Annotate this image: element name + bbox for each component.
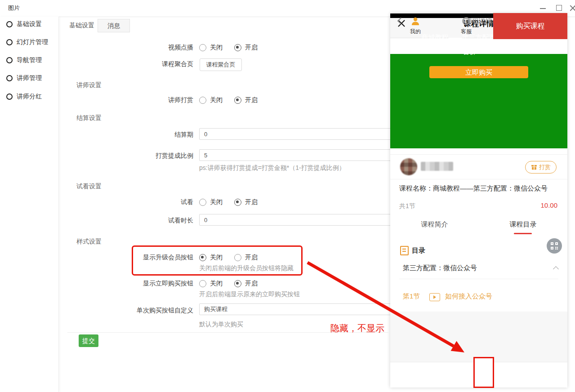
lesson-title[interactable]: 如何接入公众号 <box>445 292 492 301</box>
footer-item-label: 我的 <box>406 28 425 36</box>
sidebar-item-label: 幻灯片管理 <box>17 38 48 46</box>
lecturer-reward-radios: 关闭 开启 <box>199 96 269 104</box>
circle-icon <box>6 21 13 27</box>
maximize-icon[interactable] <box>554 4 565 13</box>
buy-now-button[interactable]: 立即购买 <box>429 66 528 78</box>
video-ondemand-label: 视频点播 <box>58 44 193 52</box>
single-buy-custom-label: 单次购买按钮自定义 <box>58 307 193 315</box>
window-title: 图片 <box>8 4 20 12</box>
author-name-blurred <box>421 162 453 171</box>
video-ondemand-radios: 关闭 开启 <box>199 44 269 52</box>
course-name-line: 课程名称：商城教程——第三方配置：微信公众号 <box>399 184 561 193</box>
trial-duration-label: 试看时长 <box>58 217 193 225</box>
circle-icon <box>6 57 13 63</box>
reward-pill-label: 打赏 <box>539 163 551 171</box>
phone-preview: 课程详情 课程详情 商城教程——第三方配置：微信公众号 售价 10.00 立即购… <box>390 13 567 388</box>
tab-course-catalog[interactable]: 课程目录 <box>479 220 567 229</box>
chevron-up-icon[interactable] <box>553 266 559 270</box>
sidebar-item-lecturer-management[interactable]: 讲师管理 <box>6 74 42 83</box>
headset-icon <box>461 16 471 26</box>
footer-item-label: 客服 <box>456 28 476 36</box>
radio-on-label: 开启 <box>245 96 258 104</box>
sidebar-item-label: 导航管理 <box>17 56 42 64</box>
radio-on[interactable] <box>234 44 241 51</box>
gift-icon <box>531 164 537 170</box>
course-price: 10.00 <box>540 201 557 209</box>
sections-count: 共1节 <box>399 202 415 210</box>
settlement-period-label: 结算期 <box>58 131 193 139</box>
commission-hint: ps:讲师获得打赏提成=打赏金额*（1-打赏提成比例） <box>199 164 345 172</box>
radio-on-label: 开启 <box>245 280 258 288</box>
radio-off-label: 关闭 <box>210 96 223 104</box>
divider <box>390 179 567 179</box>
video-play-icon <box>429 293 440 301</box>
sidebar-item-navigation[interactable]: 导航管理 <box>6 56 42 65</box>
annotation-text: 隐藏，不显示 <box>330 322 384 334</box>
circle-icon <box>6 75 13 81</box>
submit-button[interactable]: 提交 <box>79 334 98 347</box>
aggregation-page-label: 课程聚合页 <box>58 60 193 68</box>
qr-code-icon[interactable] <box>547 238 562 254</box>
trial-radios: 关闭 开启 <box>199 198 269 206</box>
sidebar-item-basic-settings[interactable]: 基础设置 <box>6 20 42 29</box>
radio-on[interactable] <box>234 280 241 287</box>
instant-buy-button-label: 显示立即购买按钮 <box>58 280 193 288</box>
sidebar-item-lecturer-dividend[interactable]: 讲师分红 <box>6 92 42 101</box>
footer-item-mine[interactable]: 我的 <box>406 13 425 39</box>
card-divider <box>390 154 567 155</box>
radio-on-label: 开启 <box>245 44 258 52</box>
divider <box>399 279 558 279</box>
radio-off-label: 关闭 <box>210 280 223 288</box>
minimize-icon[interactable] <box>538 4 548 13</box>
circle-icon <box>6 94 13 100</box>
trial-label: 试看 <box>58 198 193 206</box>
section-settlement-settings: 结算设置 <box>76 114 102 122</box>
section-trial-settings: 试看设置 <box>76 183 102 191</box>
instant-buy-hint: 开启后前端显示原来的立即购买按钮 <box>199 290 300 298</box>
aggregation-page-button[interactable]: 课程聚合页 <box>200 58 242 71</box>
radio-off-label: 关闭 <box>210 198 223 206</box>
catalog-title: 目录 <box>412 246 425 255</box>
sidebar <box>0 17 59 392</box>
user-icon <box>410 16 420 26</box>
sidebar-item-slides[interactable]: 幻灯片管理 <box>6 38 48 47</box>
radio-off[interactable] <box>199 97 206 104</box>
reward-pill-button[interactable]: 打赏 <box>525 161 557 174</box>
radio-off[interactable] <box>199 44 206 51</box>
active-tab-underline <box>514 233 532 234</box>
annotation-box-hidden-button <box>473 357 494 388</box>
buy-course-button[interactable]: 购买课程 <box>493 13 567 39</box>
tab-course-intro[interactable]: 课程简介 <box>390 220 479 229</box>
radio-on[interactable] <box>234 97 241 104</box>
section-style-settings: 样式设置 <box>76 238 102 246</box>
lesson-number: 第1节 <box>403 292 420 301</box>
close-icon[interactable] <box>567 4 575 13</box>
tab-message[interactable]: 消息 <box>98 19 130 32</box>
section-lecturer-settings: 讲师设置 <box>76 81 102 89</box>
tab-basic-settings[interactable]: 基础设置 <box>67 19 97 31</box>
course-banner-price: 售价 10.00 <box>390 48 567 56</box>
single-buy-custom-hint: 默认为单次购买 <box>199 321 243 329</box>
circle-icon <box>6 39 13 45</box>
radio-off[interactable] <box>199 280 206 287</box>
radio-on-label: 开启 <box>245 198 258 206</box>
radio-off-label: 关闭 <box>210 44 223 52</box>
commission-ratio-label: 打赏提成比例 <box>58 152 193 160</box>
sidebar-item-label: 讲师分红 <box>17 93 42 101</box>
radio-on[interactable] <box>234 199 241 206</box>
instant-buy-radios: 关闭 开启 <box>199 280 269 288</box>
radio-off[interactable] <box>199 199 206 206</box>
empty-gray-area <box>390 312 567 362</box>
footer-item-service[interactable]: 客服 <box>456 13 476 39</box>
chapter-row-title[interactable]: 第三方配置：微信公众号 <box>403 264 477 272</box>
document-icon <box>400 246 409 255</box>
avatar <box>400 158 417 175</box>
sidebar-item-label: 基础设置 <box>17 20 42 28</box>
lecturer-reward-label: 讲师打赏 <box>58 96 193 104</box>
sidebar-item-label: 讲师管理 <box>17 74 42 82</box>
annotation-box-upgrade-setting <box>132 245 303 276</box>
